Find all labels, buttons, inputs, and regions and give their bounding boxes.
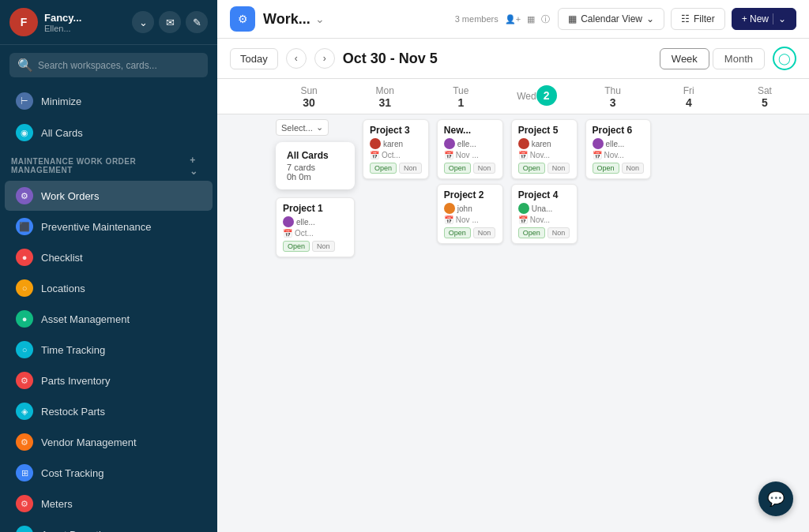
all-cards-icon: ◉ (16, 124, 33, 141)
main-content: ⚙ Work... ⌄ 3 members 👤+ ▦ ⓘ ▦ Calendar … (217, 0, 809, 532)
assignee-avatar (444, 138, 455, 149)
sidebar-item-preventive-maintenance[interactable]: ⬛ Preventive Maintenance (5, 212, 213, 242)
day-headers: Sun30Mon31Tue1Wed2Thu3Fri4Sat5 (217, 79, 809, 114)
all-cards-popup[interactable]: All Cards 7 cards 0h 0m (276, 142, 355, 189)
workspace-name: Fancy... (44, 12, 126, 24)
date-range: Oct 30 - Nov 5 (343, 51, 652, 67)
tag-open: Open (593, 163, 619, 174)
sidebar-item-asset-downtime[interactable]: ○ Asset Downtime (5, 519, 213, 532)
edit-icon[interactable]: ✎ (186, 11, 208, 33)
topbar: ⚙ Work... ⌄ 3 members 👤+ ▦ ⓘ ▦ Calendar … (217, 0, 809, 39)
section-toggle[interactable]: + ⌄ (190, 155, 206, 177)
chevron-down-icon[interactable]: ⌄ (132, 11, 154, 33)
event-card-project2[interactable]: Project 2 john 📅 Nov ... Open Non (437, 184, 503, 244)
event-card-project1[interactable]: Project 1 elle... 📅 Oct... Open Non (276, 197, 355, 257)
event-date: 📅 Oct... (370, 151, 422, 159)
assignee-name: karen (532, 140, 551, 148)
chart-icon: ▦ (527, 14, 535, 24)
day-header-sat: Sat5 (727, 79, 803, 114)
user-info: Fancy... Ellen... (44, 12, 126, 33)
event-card-project3[interactable]: Project 3 karen 📅 Oct... Open Non (363, 119, 429, 179)
select-label: Select... (281, 123, 313, 133)
filter-button[interactable]: ☷ Filter (671, 8, 725, 30)
tag-none: Non (473, 227, 496, 238)
tag-open: Open (444, 227, 471, 238)
assignee-name: elle... (457, 140, 476, 148)
search-bar[interactable]: 🔍 (9, 53, 208, 77)
sidebar-item-work-orders[interactable]: ⚙ Work Orders (5, 181, 213, 211)
day-name: Thu (604, 85, 621, 96)
day-header-fri: Fri4 (651, 79, 727, 114)
wednesday-column: Project 5 karen 📅 Nov... Open Non (508, 114, 581, 522)
sidebar-item-restock-parts[interactable]: ◈ Restock Parts (5, 396, 213, 426)
event-card-new[interactable]: New... elle... 📅 Nov ... Open Non (437, 119, 503, 179)
nav-icon: ⬛ (16, 218, 33, 235)
popup-count: 7 cards (287, 163, 344, 172)
thursday-column: Project 6 elle... 📅 Nov... Open Non (582, 114, 655, 522)
calendar-icon: 📅 (370, 151, 379, 159)
topbar-meta: 3 members 👤+ ▦ ⓘ (455, 13, 550, 25)
new-button[interactable]: + New ⌄ (732, 8, 796, 30)
event-tags: Open Non (370, 163, 422, 174)
view-icon: ▦ (568, 13, 577, 24)
event-card-project5[interactable]: Project 5 karen 📅 Nov... Open Non (511, 119, 578, 179)
tag-open: Open (518, 163, 545, 174)
day-number: 30 (274, 96, 344, 109)
sidebar-item-checklist[interactable]: ● Checklist (5, 242, 213, 272)
day-name: Mon (376, 85, 394, 96)
title-chevron-icon[interactable]: ⌄ (315, 13, 325, 25)
search-input[interactable] (38, 60, 200, 71)
event-meta: elle... (593, 138, 645, 149)
week-tab[interactable]: Week (660, 48, 709, 69)
nav-label: Preventive Maintenance (41, 221, 151, 233)
view-tabs: Week Month (660, 48, 765, 69)
event-card-project6[interactable]: Project 6 elle... 📅 Nov... Open Non (585, 119, 652, 179)
calendar-icon: 📅 (444, 215, 453, 224)
event-title: Project 2 (444, 189, 496, 200)
event-card-project4[interactable]: Project 4 Una... 📅 Nov... Open Non (511, 184, 578, 244)
day-header-sun: Sun30 (271, 79, 347, 114)
assignee-name: john (457, 204, 472, 213)
event-date: 📅 Nov... (593, 151, 645, 159)
day-number: 4 (654, 96, 724, 109)
sidebar-item-vendor-management[interactable]: ⚙ Vendor Management (5, 427, 213, 457)
sidebar-item-all-cards[interactable]: ◉ All Cards (5, 118, 213, 148)
sidebar-item-cost-tracking[interactable]: ⊞ Cost Tracking (5, 458, 213, 488)
notification-icon[interactable]: ✉ (159, 11, 181, 33)
next-week-button[interactable]: › (314, 48, 335, 69)
nav-label: Vendor Management (41, 436, 137, 448)
select-dropdown[interactable]: Select... ⌄ (276, 119, 329, 136)
month-tab[interactable]: Month (713, 48, 765, 69)
nav-icon: ○ (16, 526, 33, 532)
members-count: 3 members (455, 14, 499, 24)
sidebar-item-parts-inventory[interactable]: ⚙ Parts Inventory (5, 365, 213, 395)
popup-time: 0h 0m (287, 172, 344, 182)
view-selector[interactable]: ▦ Calendar View ⌄ (558, 8, 664, 30)
sidebar-item-locations[interactable]: ○ Locations (5, 273, 213, 303)
event-date: 📅 Oct... (283, 229, 348, 238)
sidebar-item-meters[interactable]: ⚙ Meters (5, 489, 213, 519)
sunday-column: Select... ⌄ All Cards 7 cards 0h 0m Proj… (273, 114, 358, 522)
prev-week-button[interactable]: ‹ (286, 48, 307, 69)
event-date: 📅 Nov ... (444, 151, 496, 159)
event-title: Project 6 (593, 125, 645, 136)
day-header-wed: Wed2 (499, 79, 574, 114)
event-tags: Open Non (593, 163, 645, 174)
today-button[interactable]: Today (230, 48, 278, 69)
chat-button[interactable]: 💬 (758, 481, 793, 516)
sidebar-item-minimize[interactable]: ⊢ Minimize (5, 86, 213, 116)
sidebar-item-time-tracking[interactable]: ○ Time Tracking (5, 335, 213, 365)
sidebar-item-asset-management[interactable]: ● Asset Management (5, 304, 213, 334)
event-meta: elle... (444, 138, 496, 149)
tag-none: Non (547, 163, 570, 174)
nav-label: Restock Parts (41, 406, 105, 418)
nav-icon: ◈ (16, 403, 33, 420)
nav-icon: ⊞ (16, 464, 33, 481)
assignee-name: elle... (296, 218, 315, 227)
circle-button[interactable]: ◯ (773, 47, 796, 70)
nav-icon: ⚙ (16, 372, 33, 389)
event-tags: Open Non (444, 163, 496, 174)
day-name: Tue (453, 85, 468, 96)
new-chevron-icon: ⌄ (773, 13, 786, 24)
day-name: Wed (517, 91, 536, 102)
